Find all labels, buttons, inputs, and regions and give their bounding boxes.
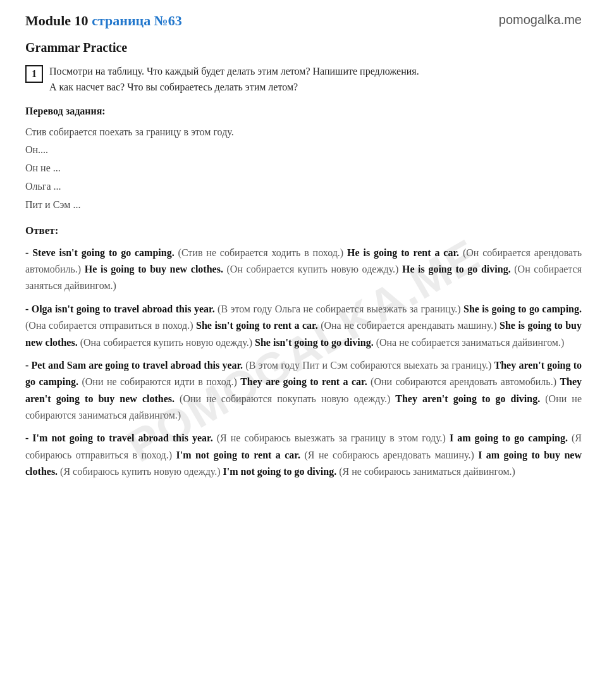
task1-block: 1 Посмотри на таблицу. Что каждый будет … <box>25 64 582 95</box>
petSam-bold-5: They aren't going to go diving. <box>395 393 540 404</box>
petSam-tr-3: (Они собираются арендовать автомобиль.) <box>371 376 560 387</box>
i-tr-4: (Я собираюсь купить новую одежду.) <box>60 466 223 477</box>
olga-tr-4: (Она собирается купить новую одежду.) <box>80 337 255 348</box>
i-bold-3: I'm not going to rent a car. <box>176 450 301 460</box>
site-brand: pomogalka.me <box>499 13 582 27</box>
answer-block: - Steve isn't going to go camping. (Стив… <box>25 245 582 481</box>
translation-line-4: Ольга ... <box>25 178 582 196</box>
petSam-tr-1: (В этом году Пит и Сэм собираются выехат… <box>245 360 494 371</box>
petSam-bold-1: - Pet and Sam are going to travel abroad… <box>25 360 243 371</box>
page-link[interactable]: страница №63 <box>92 13 182 28</box>
olga-tr-2: (Она собирается отправиться в поход.) <box>25 320 196 331</box>
module-prefix: Module 10 <box>25 13 92 28</box>
petSam-tr-2: (Они не собираются идти в поход.) <box>82 376 240 387</box>
olga-tr-5: (Она не собирается заниматься дайвингом.… <box>376 337 565 348</box>
i-bold-2: I am going to go camping. <box>450 433 568 443</box>
i-tr-5: (Я не собираюсь заниматься дайвингом.) <box>339 466 515 477</box>
answer-steve: - Steve isn't going to go camping. (Стив… <box>25 245 582 295</box>
i-tr-3: (Я не собираюсь арендовать машину.) <box>304 450 478 460</box>
answer-label: Ответ: <box>25 224 582 237</box>
translation-label: Перевод задания: <box>25 106 582 117</box>
olga-bold-5: She isn't going to go diving. <box>255 337 374 348</box>
answer-i: - I'm not going to travel abroad this ye… <box>25 430 582 480</box>
olga-bold-2: She is going to go camping. <box>463 304 582 314</box>
task1-number: 1 <box>25 65 43 83</box>
translation-line-1: Стив собирается поехать за границу в это… <box>25 123 582 142</box>
translation-lines: Стив собирается поехать за границу в это… <box>25 123 582 214</box>
translation-line-2: Он.... <box>25 141 582 159</box>
petSam-tr-4: (Они не собираются покупать новую одежду… <box>180 393 395 404</box>
i-tr-1: (Я не собираюсь выезжать за границу в эт… <box>217 433 450 443</box>
olga-bold-1: - Olga isn't going to travel abroad this… <box>25 304 215 314</box>
task1-text: Посмотри на таблицу. Что каждый будет де… <box>49 64 419 95</box>
translation-line-5: Пит и Сэм ... <box>25 196 582 214</box>
answer-pet-sam: - Pet and Sam are going to travel abroad… <box>25 357 582 424</box>
steve-bold-1: - Steve isn't going to go camping. <box>25 247 175 258</box>
i-bold-1: - I'm not going to travel abroad this ye… <box>25 433 213 443</box>
petSam-bold-3: They are going to rent a car. <box>240 376 367 387</box>
answer-olga: - Olga isn't going to travel abroad this… <box>25 301 582 351</box>
i-bold-5: I'm not going to go diving. <box>223 466 337 477</box>
steve-tr-1: (Стив не собирается ходить в поход.) <box>178 247 348 258</box>
steve-bold-2: He is going to rent a car. <box>347 247 459 258</box>
olga-bold-3: She isn't going to rent a car. <box>196 320 318 331</box>
olga-tr-3: (Она не собирается арендавать машину.) <box>321 320 500 331</box>
steve-bold-3: He is going to buy new clothes. <box>85 264 223 274</box>
brand-text: pomogalka.me <box>499 13 582 27</box>
olga-tr-1: (В этом году Ольга не собирается выезжат… <box>218 304 463 314</box>
module-title: Module 10 страница №63 <box>25 13 182 29</box>
translation-line-3: Он не ... <box>25 159 582 178</box>
header-row: Module 10 страница №63 pomogalka.me <box>25 13 582 29</box>
steve-bold-4: He is going to go diving. <box>402 264 511 274</box>
section-title: Grammar Practice <box>25 40 582 55</box>
steve-tr-3: (Он собирается купить новую одежду.) <box>227 264 402 274</box>
